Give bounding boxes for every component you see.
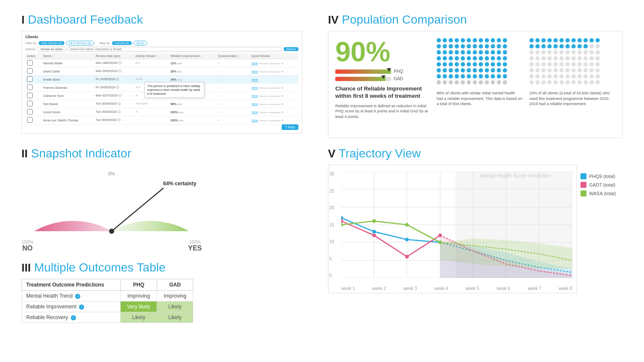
- legend-phq9-label: PHQ9 (total): [589, 174, 615, 179]
- filter-pill-your-clients[interactable]: Your Clients (4): [39, 41, 64, 45]
- population-dot: [497, 74, 501, 78]
- population-dot: [473, 56, 477, 60]
- population-dot: [553, 38, 558, 42]
- population-dot: [449, 62, 453, 66]
- wasa-point: [438, 241, 442, 244]
- pop-right-col: 23% of all clients (a total of 54,604 cl…: [529, 38, 615, 107]
- outcomes-label-recovery: Reliable Recovery i: [22, 312, 121, 323]
- pop-stat-1: 88% of clients with similar initial ment…: [437, 90, 522, 107]
- info-icon-improvement[interactable]: i: [79, 305, 84, 310]
- actions-label: Actions:: [25, 48, 36, 51]
- row-checkbox[interactable]: [27, 68, 33, 74]
- population-dot: [479, 38, 483, 42]
- population-dot: [547, 56, 552, 60]
- review-date: Tue 26/04/2019 ⓘ: [94, 108, 134, 116]
- search-button[interactable]: Search: [284, 47, 298, 51]
- col-date[interactable]: Review Date (asc): [94, 53, 134, 59]
- population-dot: [571, 68, 576, 72]
- population-dot: [547, 44, 552, 48]
- population-dot: [461, 50, 465, 54]
- search-input[interactable]: [67, 47, 282, 51]
- population-dot: [553, 68, 558, 72]
- population-dot: [491, 56, 495, 60]
- col-questionnaire[interactable]: Questionnaire ↕: [216, 53, 250, 59]
- population-dot: [461, 38, 465, 42]
- info-icon-trend[interactable]: i: [75, 294, 80, 299]
- population-dot: [529, 62, 534, 66]
- col-activity[interactable]: Activity Stream ↕: [134, 53, 169, 59]
- outcomes-row-trend: Mental Health Trend i Improving Improvin…: [22, 291, 193, 302]
- population-dot: [553, 80, 558, 84]
- info-icon-recovery[interactable]: i: [71, 315, 76, 320]
- col-name[interactable]: Name ↕: [41, 53, 94, 59]
- view-link[interactable]: View: [252, 78, 258, 81]
- population-dot: [443, 74, 447, 78]
- phq-improvement: Very likely: [120, 302, 157, 312]
- view-link[interactable]: View: [252, 111, 258, 114]
- view-link[interactable]: View: [252, 119, 258, 122]
- population-dot: [541, 44, 546, 48]
- population-dot: [479, 74, 483, 78]
- col-improvement[interactable]: Reliable Improvement ↕: [169, 53, 216, 59]
- population-dot: [485, 68, 489, 72]
- row-checkbox[interactable]: [27, 117, 33, 123]
- view-link[interactable]: View: [252, 62, 258, 65]
- step-pill-all[interactable]: All (4): [134, 41, 147, 45]
- population-dot: [565, 62, 570, 66]
- gad-bar-marker: [381, 75, 386, 79]
- population-dot: [467, 80, 471, 84]
- help-button[interactable]: ? Help: [282, 124, 298, 130]
- population-dot: [535, 56, 540, 60]
- population-dot: [583, 62, 588, 66]
- population-dot: [473, 44, 477, 48]
- view-link[interactable]: View: [252, 94, 258, 97]
- improvement-pct: 12% Info: [169, 59, 216, 67]
- view-link[interactable]: View: [252, 70, 258, 73]
- population-dots-2: [529, 38, 615, 85]
- population-dot: [535, 62, 540, 66]
- legend-phq9-color: [580, 173, 586, 179]
- view-link[interactable]: View: [252, 86, 258, 89]
- population-dot: [541, 68, 546, 72]
- row-checkbox[interactable]: [27, 93, 33, 98]
- row-checkbox[interactable]: [27, 109, 33, 115]
- population-dot: [467, 56, 471, 60]
- row-checkbox[interactable]: [27, 76, 33, 82]
- population-dot: [455, 62, 459, 66]
- legend-gad7: GAD7 (total): [580, 182, 616, 188]
- view-link[interactable]: View: [252, 103, 258, 106]
- action-select[interactable]: choose an action: [38, 47, 66, 51]
- table-row: Lionel Green Tue 26/04/2019 ⓘ ✓ 100% Inf…: [25, 108, 298, 116]
- gad-bar-fill: [335, 77, 386, 81]
- population-dot: [443, 80, 447, 84]
- row-checkbox[interactable]: [27, 60, 33, 66]
- no-label: NO: [21, 244, 33, 252]
- row-checkbox[interactable]: [27, 101, 33, 106]
- population-dot: [461, 80, 465, 84]
- population-dot: [461, 56, 465, 60]
- big-percentage: 90%: [335, 38, 430, 66]
- population-dot: [473, 80, 477, 84]
- population-dot: [571, 80, 576, 84]
- review-date: Mon 18/02/2019 ⓘ: [94, 59, 134, 67]
- review-date: Fri 24/05/2019 ⓘ: [94, 84, 134, 92]
- population-dot: [491, 80, 495, 84]
- wasa-point: [341, 223, 343, 227]
- client-name: Tom Bower: [41, 100, 94, 108]
- population-dot: [577, 68, 582, 72]
- outcomes-label-improvement: Reliable Improvement i: [22, 302, 121, 312]
- phq-recovery: Likely: [120, 312, 157, 323]
- row-checkbox[interactable]: [27, 84, 33, 90]
- population-dot: [577, 80, 582, 84]
- gauge-left-label: 100% NO: [21, 239, 33, 252]
- population-dot: [589, 50, 594, 54]
- population-dot: [467, 44, 471, 48]
- population-dot: [583, 80, 588, 84]
- population-dot: [485, 62, 489, 66]
- step-pill-current[interactable]: Current (4): [112, 41, 132, 45]
- population-dot: [491, 62, 495, 66]
- no-pct: 100%: [21, 239, 33, 244]
- population-dot: [541, 62, 546, 66]
- population-dot: [541, 50, 546, 54]
- filter-pill-all[interactable]: All In Service (4): [66, 41, 94, 45]
